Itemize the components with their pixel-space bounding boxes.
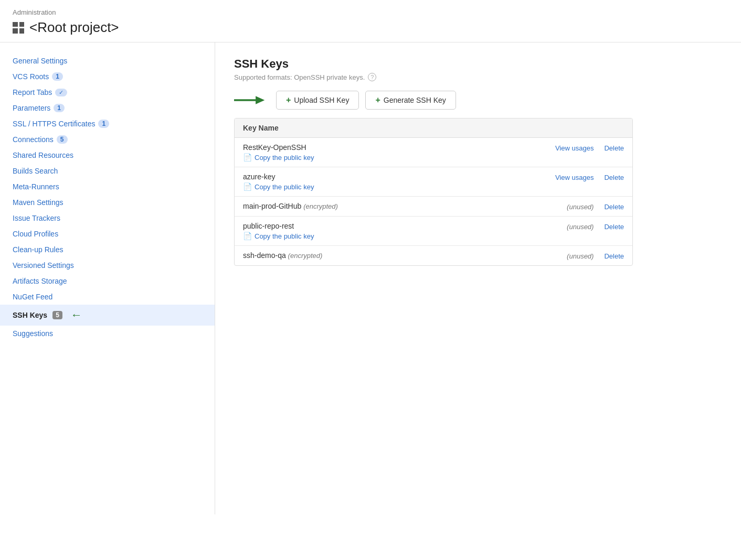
grid-icon	[13, 22, 24, 34]
key-name: azure-key	[243, 173, 555, 181]
arrow-left-icon: ←	[71, 308, 82, 322]
generate-plus-icon: +	[375, 95, 380, 105]
svg-marker-1	[256, 96, 264, 104]
encrypted-label: (encrypted)	[303, 202, 338, 210]
copy-icon: 📄	[243, 232, 252, 240]
generate-btn-label: Generate SSH Key	[384, 96, 446, 104]
sidebar-item-parameters[interactable]: Parameters 1	[0, 100, 215, 116]
view-usages-link[interactable]: View usages	[555, 144, 594, 152]
button-row: + Upload SSH Key + Generate SSH Key	[234, 91, 722, 110]
sidebar-item-ssh-keys[interactable]: SSH Keys 5 ←	[0, 305, 215, 326]
ssh-keys-table: Key Name RestKey-OpenSSH 📄 Copy the publ…	[234, 118, 633, 266]
sidebar-item-issue-trackers[interactable]: Issue Trackers	[0, 210, 215, 226]
help-icon[interactable]: ?	[368, 73, 376, 81]
key-info: main-prod-GitHub (encrypted)	[243, 202, 567, 210]
copy-icon: 📄	[243, 182, 252, 191]
arrow-right-icon	[234, 93, 266, 107]
row-actions: (unused) Delete	[567, 222, 624, 231]
generate-ssh-key-button[interactable]: + Generate SSH Key	[365, 91, 456, 110]
delete-link[interactable]: Delete	[604, 223, 624, 231]
page-title: <Root project>	[29, 19, 119, 36]
delete-link[interactable]: Delete	[604, 203, 624, 211]
sidebar: General Settings VCS Roots 1 Report Tabs…	[0, 42, 215, 514]
layout: General Settings VCS Roots 1 Report Tabs…	[0, 42, 741, 514]
encrypted-label: (encrypted)	[288, 252, 323, 260]
unused-label: (unused)	[567, 223, 594, 231]
upload-plus-icon: +	[286, 95, 291, 105]
ssh-keys-badge: 5	[52, 311, 62, 319]
table-row: azure-key 📄 Copy the public key View usa…	[235, 167, 632, 197]
sidebar-item-shared-resources[interactable]: Shared Resources	[0, 147, 215, 163]
ssl-badge: 1	[98, 120, 109, 128]
breadcrumb: Administration	[13, 8, 728, 16]
delete-link[interactable]: Delete	[604, 252, 624, 260]
sidebar-item-builds-search[interactable]: Builds Search	[0, 163, 215, 179]
delete-link[interactable]: Delete	[604, 144, 624, 152]
sidebar-item-meta-runners[interactable]: Meta-Runners	[0, 179, 215, 195]
key-name: ssh-demo-qa (encrypted)	[243, 251, 567, 260]
key-info: RestKey-OpenSSH 📄 Copy the public key	[243, 143, 555, 161]
table-row: main-prod-GitHub (encrypted) (unused) De…	[235, 197, 632, 217]
copy-public-key-link[interactable]: 📄 Copy the public key	[243, 182, 555, 191]
page-title-row: <Root project>	[13, 19, 728, 36]
sidebar-item-versioned-settings[interactable]: Versioned Settings	[0, 257, 215, 273]
copy-public-key-link[interactable]: 📄 Copy the public key	[243, 153, 555, 161]
report-tabs-badge: ✓	[55, 89, 67, 96]
sidebar-item-maven-settings[interactable]: Maven Settings	[0, 195, 215, 210]
table-row: public-repo-rest 📄 Copy the public key (…	[235, 217, 632, 246]
vcs-roots-badge: 1	[52, 72, 63, 81]
unused-label: (unused)	[567, 252, 594, 260]
sidebar-item-nuget-feed[interactable]: NuGet Feed	[0, 289, 215, 305]
key-name: main-prod-GitHub (encrypted)	[243, 202, 567, 210]
delete-link[interactable]: Delete	[604, 174, 624, 181]
section-title: SSH Keys	[234, 57, 722, 71]
sidebar-item-cleanup-rules[interactable]: Clean-up Rules	[0, 242, 215, 257]
key-info: ssh-demo-qa (encrypted)	[243, 251, 567, 260]
key-name: RestKey-OpenSSH	[243, 143, 555, 152]
main-content: SSH Keys Supported formats: OpenSSH priv…	[215, 42, 741, 514]
page-header: Administration <Root project>	[0, 0, 741, 42]
key-name: public-repo-rest	[243, 222, 567, 230]
sidebar-item-vcs-roots[interactable]: VCS Roots 1	[0, 69, 215, 84]
upload-ssh-key-button[interactable]: + Upload SSH Key	[276, 91, 359, 110]
section-subtitle: Supported formats: OpenSSH private keys.…	[234, 73, 722, 81]
sidebar-item-cloud-profiles[interactable]: Cloud Profiles	[0, 226, 215, 242]
view-usages-link[interactable]: View usages	[555, 174, 594, 181]
sidebar-item-artifacts-storage[interactable]: Artifacts Storage	[0, 273, 215, 289]
key-info: azure-key 📄 Copy the public key	[243, 173, 555, 191]
parameters-badge: 1	[54, 104, 65, 112]
table-row: ssh-demo-qa (encrypted) (unused) Delete	[235, 246, 632, 265]
row-actions: View usages Delete	[555, 173, 624, 181]
unused-label: (unused)	[567, 203, 594, 211]
sidebar-item-report-tabs[interactable]: Report Tabs ✓	[0, 84, 215, 100]
sidebar-item-suggestions[interactable]: Suggestions	[0, 326, 215, 341]
table-header-key-name: Key Name	[235, 119, 632, 138]
copy-public-key-link[interactable]: 📄 Copy the public key	[243, 232, 567, 240]
table-row: RestKey-OpenSSH 📄 Copy the public key Vi…	[235, 138, 632, 167]
row-actions: (unused) Delete	[567, 202, 624, 211]
key-info: public-repo-rest 📄 Copy the public key	[243, 222, 567, 240]
upload-btn-label: Upload SSH Key	[294, 96, 349, 104]
row-actions: (unused) Delete	[567, 251, 624, 260]
sidebar-item-general-settings[interactable]: General Settings	[0, 53, 215, 69]
sidebar-item-ssl-https[interactable]: SSL / HTTPS Certificates 1	[0, 116, 215, 132]
page-wrapper: Administration <Root project> General Se…	[0, 0, 741, 560]
copy-icon: 📄	[243, 153, 252, 161]
row-actions: View usages Delete	[555, 143, 624, 152]
connections-badge: 5	[57, 135, 68, 144]
sidebar-item-connections[interactable]: Connections 5	[0, 132, 215, 147]
